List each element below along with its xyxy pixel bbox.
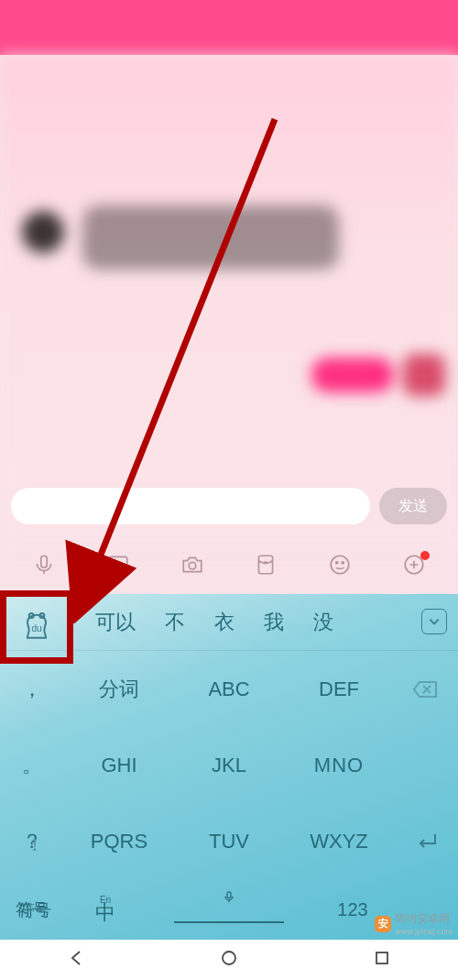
svg-rect-15 [376, 952, 387, 963]
system-text: · · · · · · · · · · · · · · · · · · · · … [37, 440, 421, 457]
svg-rect-0 [41, 556, 48, 567]
symbol-key[interactable]: 符号 [18, 899, 51, 921]
keyboard: du 可以 不 衣 我 没 ， 分词 ABC DEF 。 GHI JKL MNO… [0, 594, 458, 940]
collapse-icon[interactable] [421, 609, 447, 634]
svg-rect-1 [109, 556, 127, 572]
key-tuv[interactable]: TUV [174, 803, 284, 879]
svg-point-7 [336, 562, 338, 564]
key-jkl[interactable]: JKL [174, 727, 284, 803]
tool-row [0, 537, 458, 592]
send-button[interactable]: 发送 [379, 488, 447, 524]
voice-icon[interactable] [32, 553, 56, 577]
home-button[interactable] [220, 949, 238, 971]
candidate[interactable]: 可以 [95, 609, 136, 636]
watermark-text: 简约安卓网 [395, 911, 453, 927]
key-fenci[interactable]: 分词 [64, 651, 174, 727]
svg-point-6 [331, 556, 349, 574]
candidate-bar: du 可以 不 衣 我 没 [0, 594, 458, 651]
emoji-icon[interactable] [328, 553, 352, 577]
key-def[interactable]: DEF [284, 651, 394, 727]
key-ghi[interactable]: GHI [64, 727, 174, 803]
android-navbar [0, 940, 458, 980]
baidu-logo-button[interactable]: du [0, 590, 73, 664]
input-row: 发送 [0, 480, 458, 532]
status-bar [0, 0, 458, 55]
key-abc[interactable]: ABC [174, 651, 284, 727]
message-bubble [82, 205, 339, 270]
chat-area: · · · · · · · · · · · · · · · · · · · · … [0, 55, 458, 550]
svg-point-2 [114, 561, 117, 565]
avatar [403, 354, 445, 396]
punct-key[interactable]: 。 [0, 727, 64, 803]
key-wxyz[interactable]: WXYZ [284, 803, 394, 879]
watermark-url: www.jylzwj.com [395, 927, 453, 936]
message-bubble [311, 358, 394, 392]
avatar [22, 211, 64, 253]
language-key[interactable]: En 中 [64, 896, 147, 923]
backspace-key[interactable] [394, 651, 458, 727]
back-button[interactable] [67, 949, 85, 971]
watermark-badge: 安 [375, 916, 391, 932]
watermark: 安 简约安卓网 www.jylzwj.com [375, 911, 453, 936]
redpacket-icon[interactable] [254, 553, 278, 577]
image-icon[interactable] [106, 553, 130, 577]
camera-icon[interactable] [180, 553, 204, 577]
svg-point-3 [189, 562, 196, 569]
svg-point-8 [342, 562, 344, 564]
svg-point-14 [223, 952, 235, 964]
candidate[interactable]: 没 [313, 609, 333, 636]
svg-rect-13 [227, 892, 231, 898]
notification-badge [420, 551, 430, 560]
candidate[interactable]: 不 [165, 609, 185, 636]
key-pqrs[interactable]: PQRS [64, 803, 174, 879]
candidate[interactable]: 衣 [214, 609, 234, 636]
svg-rect-4 [259, 556, 273, 574]
key-grid: ， 分词 ABC DEF 。 GHI JKL MNO ？ PQRS TUV WX… [0, 651, 458, 879]
spacebar[interactable] [147, 896, 311, 923]
punct-key[interactable]: ！ [26, 832, 44, 857]
enter-key[interactable] [394, 803, 458, 879]
recent-button[interactable] [373, 949, 391, 971]
candidate[interactable]: 我 [264, 609, 284, 636]
svg-text:du: du [31, 623, 41, 633]
text-input[interactable] [11, 488, 370, 524]
key-mno[interactable]: MNO [284, 727, 394, 803]
plus-icon[interactable] [402, 553, 426, 577]
lang-main: 中 [95, 903, 115, 923]
